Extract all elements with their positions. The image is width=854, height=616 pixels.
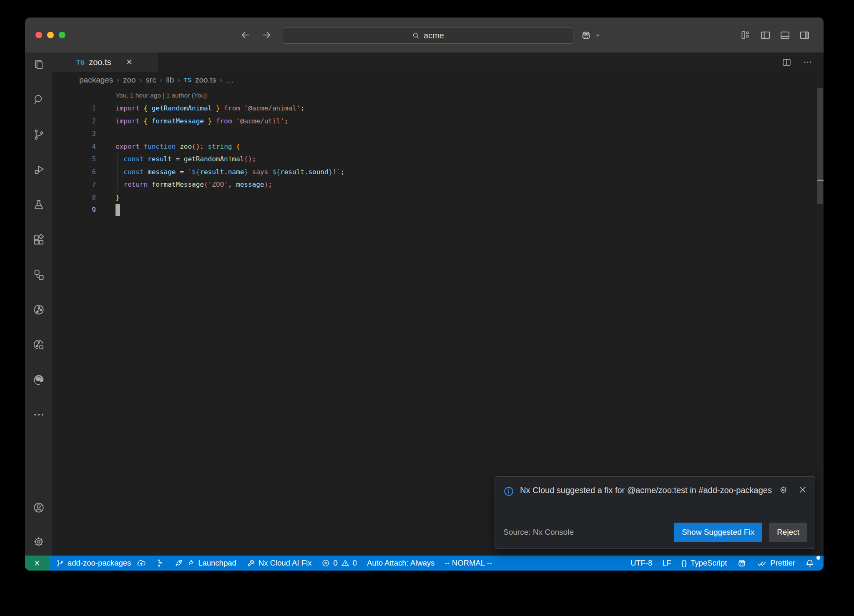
notifications-bell[interactable]	[800, 556, 819, 571]
split-editor-icon[interactable]	[781, 57, 792, 68]
blame-annotation-line: You, 1 hour ago | 1 author (You)	[52, 89, 824, 102]
title-bar: acme	[25, 18, 824, 53]
git-graph-icon	[156, 559, 164, 567]
breadcrumb-lib[interactable]: lib	[166, 75, 174, 85]
more-views-icon[interactable]	[33, 408, 45, 421]
nx-fix-label: Nx Cloud AI Fix	[259, 558, 312, 568]
line-number: 4	[52, 143, 96, 150]
breadcrumb-src[interactable]: src	[146, 75, 156, 85]
double-check-icon	[757, 558, 767, 568]
error-count: 0	[333, 558, 337, 568]
accounts-icon[interactable]	[33, 501, 45, 514]
toggle-panel-icon[interactable]	[779, 30, 791, 41]
line-number: 7	[52, 180, 96, 188]
breadcrumb-more[interactable]: …	[226, 75, 234, 85]
gitlens-icon[interactable]	[33, 303, 45, 316]
more-actions-icon[interactable]	[803, 57, 813, 67]
code-text: const message = `${result.name} says ${r…	[116, 168, 344, 176]
traffic-lights	[35, 32, 65, 38]
source-control-icon[interactable]	[33, 128, 45, 141]
breadcrumb-zoo[interactable]: zoo	[123, 75, 136, 85]
settings-gear-icon[interactable]	[33, 536, 45, 548]
toggle-primary-sidebar-icon[interactable]	[760, 30, 771, 41]
line-number: 2	[52, 117, 96, 125]
search-view-icon[interactable]	[33, 93, 45, 106]
encoding-status[interactable]: UTF-8	[625, 556, 657, 571]
minimize-window-button[interactable]	[47, 32, 54, 38]
edge-tools-icon[interactable]	[33, 373, 45, 386]
wrench-icon	[246, 559, 255, 568]
chevron-down-icon	[595, 33, 600, 38]
bell-icon	[805, 558, 814, 568]
code-line: 8}	[52, 191, 824, 204]
tab-zoo-ts[interactable]: TS zoo.ts ✕	[52, 53, 158, 72]
code-line: 4export function zoo(): string {	[52, 140, 824, 153]
notification-close-icon[interactable]	[798, 485, 807, 498]
typescript-file-icon: TS	[184, 77, 192, 83]
warning-count: 0	[353, 558, 357, 568]
close-tab-icon[interactable]: ✕	[126, 58, 133, 67]
launchpad-status[interactable]: Launchpad	[169, 556, 241, 571]
code-text: return formatMessage('ZOO', message);	[116, 180, 272, 188]
eol-status[interactable]: LF	[657, 556, 676, 571]
testing-icon[interactable]	[33, 198, 45, 211]
code-line: 6 const message = `${result.name} says $…	[52, 165, 824, 178]
current-line-highlight	[116, 204, 816, 217]
breadcrumb-file[interactable]: TS zoo.ts	[184, 75, 216, 85]
line-number: 1	[52, 104, 96, 112]
language-status[interactable]: {} TypeScript	[676, 556, 732, 571]
back-icon[interactable]	[241, 30, 251, 40]
line-number: 3	[52, 130, 96, 138]
git-branch-status[interactable]: add-zoo-packages	[51, 556, 151, 571]
problems-status[interactable]: 0 0	[316, 556, 362, 571]
branch-name: add-zoo-packages	[68, 558, 131, 568]
command-center-search[interactable]: acme	[283, 27, 573, 44]
vscode-window: acme	[25, 18, 824, 571]
copilot-icon	[580, 30, 592, 41]
show-suggested-fix-button[interactable]: Show Suggested Fix	[674, 523, 762, 542]
gitlens-inspect-icon[interactable]	[33, 338, 45, 351]
code-line: 9	[52, 204, 824, 217]
code-text: const result = getRandomAnimal();	[116, 155, 256, 163]
extensions-icon[interactable]	[33, 233, 45, 246]
nx-cloud-ai-fix-status[interactable]: Nx Cloud AI Fix	[241, 556, 317, 571]
prettier-status[interactable]: Prettier	[752, 556, 800, 571]
tab-bar: TS zoo.ts ✕	[52, 53, 824, 72]
line-number: 5	[52, 155, 96, 163]
customize-layout-icon[interactable]	[739, 29, 751, 41]
errors-icon	[322, 559, 330, 567]
info-icon	[503, 486, 514, 498]
blame-annotation: You, 1 hour ago | 1 author (You)	[116, 92, 207, 99]
zoom-window-button[interactable]	[59, 32, 65, 38]
plug-icon	[186, 559, 195, 567]
copilot-status[interactable]	[732, 556, 752, 571]
notification-source: Source: Nx Console	[503, 528, 574, 537]
copilot-menu[interactable]	[580, 18, 600, 53]
nx-console-icon[interactable]	[33, 268, 45, 281]
run-debug-icon[interactable]	[33, 163, 45, 176]
search-value: acme	[424, 31, 444, 40]
vim-block-cursor	[116, 204, 120, 216]
close-window-button[interactable]	[35, 32, 42, 38]
auto-attach-status[interactable]: Auto Attach: Always	[362, 556, 440, 571]
editor-scrollbar[interactable]	[817, 88, 823, 204]
breadcrumb-packages[interactable]: packages	[79, 75, 113, 85]
forward-icon[interactable]	[261, 30, 271, 40]
status-bar: add-zoo-packages Launchpad	[25, 556, 824, 571]
reject-button[interactable]: Reject	[769, 523, 807, 542]
line-number: 6	[52, 168, 96, 176]
remote-indicator[interactable]	[25, 556, 49, 571]
notification-toast: Nx Cloud suggested a fix for @acme/zoo:t…	[495, 476, 815, 549]
git-graph-status[interactable]	[151, 556, 169, 571]
git-branch-icon	[56, 559, 64, 567]
notification-settings-gear-icon[interactable]	[779, 485, 788, 498]
breadcrumb-separator: ›	[160, 76, 163, 84]
toggle-secondary-sidebar-icon[interactable]	[799, 30, 810, 41]
vim-mode-status[interactable]: -- NORMAL --	[440, 556, 497, 571]
explorer-icon[interactable]	[33, 58, 45, 71]
code-line: 7 return formatMessage('ZOO', message);	[52, 178, 824, 191]
code-line: 5 const result = getRandomAnimal();	[52, 153, 824, 166]
code-line: 3	[52, 128, 824, 140]
remote-icon	[33, 558, 42, 568]
launchpad-label: Launchpad	[198, 558, 236, 568]
